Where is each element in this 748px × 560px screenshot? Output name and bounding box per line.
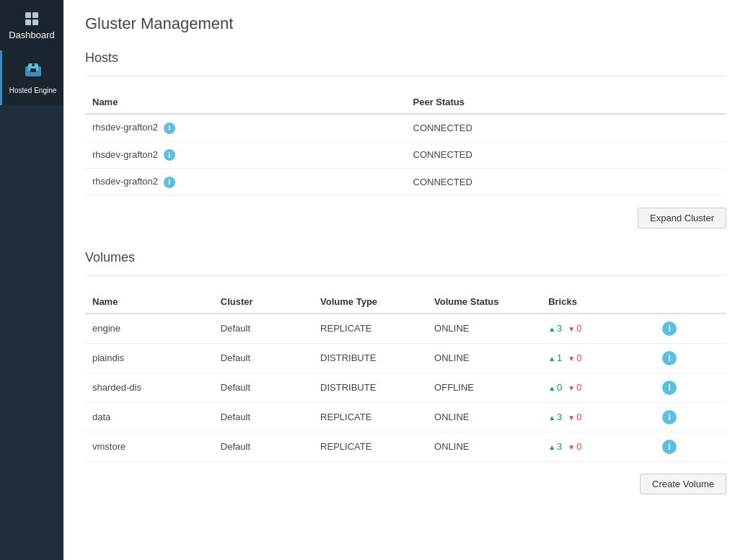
volume-type-cell: REPLICATE: [313, 432, 427, 461]
volume-bricks-cell: 1 0: [541, 343, 655, 373]
volumes-section-title: Volumes: [85, 250, 726, 265]
volume-name-cell: engine: [85, 314, 214, 344]
sidebar: Dashboard Hosted Engine: [0, 0, 63, 560]
host-info-icon[interactable]: i: [164, 149, 175, 161]
arrow-down-icon: [568, 441, 575, 452]
volume-info-icon[interactable]: i: [662, 440, 677, 454]
volumes-col-type: Volume Type: [313, 290, 427, 314]
arrow-down-icon: [568, 412, 575, 422]
arrow-up-icon: [548, 412, 555, 422]
table-row: engine Default REPLICATE ONLINE 3 0 i: [85, 314, 726, 344]
svg-rect-2: [25, 19, 31, 25]
hosted-engine-icon: [24, 61, 43, 84]
host-name-cell: rhsdev-grafton2 i: [85, 141, 406, 169]
hosts-col-peer-status: Peer Status: [406, 91, 727, 114]
volume-info-icon[interactable]: i: [662, 321, 677, 336]
sidebar-item-label: Dashboard: [9, 30, 55, 40]
volume-status-cell: ONLINE: [427, 402, 541, 432]
volume-action-cell: i: [655, 373, 726, 402]
arrow-down-icon: [568, 352, 575, 363]
volumes-col-cluster: Cluster: [214, 290, 313, 314]
table-row: rhsdev-grafton2 i CONNECTED: [85, 114, 726, 141]
volume-bricks-cell: 0 0: [541, 373, 655, 402]
host-peer-status-cell: CONNECTED: [406, 141, 727, 169]
volume-cluster-cell: Default: [214, 343, 313, 373]
host-name-cell: rhsdev-grafton2 i: [85, 114, 406, 141]
volume-bricks-cell: 3 0: [541, 314, 655, 344]
volume-info-icon[interactable]: i: [662, 381, 677, 395]
volume-cluster-cell: Default: [214, 432, 313, 461]
hosts-col-name: Name: [85, 91, 406, 114]
table-row: vmstore Default REPLICATE ONLINE 3 0 i: [85, 432, 726, 461]
sidebar-item-dashboard[interactable]: Dashboard: [0, 0, 63, 50]
dashboard-icon: [23, 10, 40, 30]
volumes-col-name: Name: [85, 290, 214, 314]
volume-cluster-cell: Default: [214, 314, 313, 344]
arrow-up-icon: [548, 441, 555, 452]
volumes-divider: [85, 275, 726, 276]
host-info-icon[interactable]: i: [164, 123, 175, 134]
volume-type-cell: REPLICATE: [313, 402, 427, 432]
arrow-down-icon: [568, 382, 575, 393]
volume-type-cell: DISTRIBUTE: [313, 343, 427, 373]
volume-status-cell: ONLINE: [427, 432, 541, 461]
host-info-icon[interactable]: i: [164, 177, 175, 188]
volume-bricks-cell: 3 0: [541, 402, 655, 432]
hosts-divider: [85, 76, 726, 76]
hosts-section: Hosts Name Peer Status rhsdev-grafton2 i…: [85, 50, 726, 228]
volume-action-cell: i: [655, 343, 726, 373]
volume-action-cell: i: [655, 432, 726, 461]
volumes-section: Volumes Name Cluster Volume Type Volume …: [85, 250, 726, 494]
hosts-table: Name Peer Status rhsdev-grafton2 i CONNE…: [85, 91, 726, 196]
arrow-up-icon: [548, 382, 555, 393]
host-peer-status-cell: CONNECTED: [406, 169, 727, 196]
bricks-down: 0: [568, 412, 581, 422]
table-row: sharded-dis Default DISTRIBUTE OFFLINE 0…: [85, 373, 726, 402]
create-volume-button[interactable]: Create Volume: [640, 474, 726, 494]
hosts-section-title: Hosts: [85, 50, 726, 66]
svg-point-7: [32, 63, 35, 66]
volumes-col-bricks: Bricks: [541, 290, 655, 314]
hosts-table-header-row: Name Peer Status: [85, 91, 726, 114]
main-content: Gluster Management Hosts Name Peer Statu…: [63, 0, 748, 560]
bricks-down: 0: [568, 352, 581, 363]
bricks-down: 0: [568, 441, 581, 452]
arrow-up-icon: [548, 352, 555, 363]
volumes-col-actions: [655, 290, 726, 314]
table-row: data Default REPLICATE ONLINE 3 0 i: [85, 402, 726, 432]
svg-rect-3: [32, 19, 38, 25]
expand-cluster-btn-row: Expand Cluster: [85, 208, 726, 228]
volume-cluster-cell: Default: [214, 373, 313, 402]
volume-info-icon[interactable]: i: [662, 410, 677, 425]
arrow-down-icon: [568, 323, 575, 334]
volumes-table: Name Cluster Volume Type Volume Status B…: [85, 290, 726, 462]
svg-rect-6: [30, 68, 36, 72]
create-volume-btn-row: Create Volume: [85, 474, 726, 494]
volume-name-cell: plaindis: [85, 343, 214, 373]
volume-info-icon[interactable]: i: [662, 351, 677, 365]
volume-status-cell: ONLINE: [427, 314, 541, 344]
table-row: plaindis Default DISTRIBUTE ONLINE 1 0 i: [85, 343, 726, 373]
svg-rect-0: [25, 12, 31, 18]
sidebar-item-hosted-engine[interactable]: Hosted Engine: [0, 50, 63, 105]
bricks-up: 3: [548, 441, 562, 452]
volume-name-cell: vmstore: [85, 432, 214, 461]
bricks-down: 0: [568, 323, 581, 334]
bricks-down: 0: [568, 382, 581, 393]
volumes-col-status: Volume Status: [427, 290, 541, 314]
volume-status-cell: OFFLINE: [427, 373, 541, 402]
volume-type-cell: REPLICATE: [313, 314, 427, 344]
volume-name-cell: data: [85, 402, 214, 432]
sidebar-item-label: Hosted Engine: [9, 86, 57, 95]
volume-action-cell: i: [655, 314, 726, 344]
volume-cluster-cell: Default: [214, 402, 313, 432]
svg-rect-1: [32, 12, 38, 18]
expand-cluster-button[interactable]: Expand Cluster: [638, 208, 726, 228]
bricks-up: 3: [548, 412, 562, 422]
bricks-up: 3: [548, 323, 562, 334]
host-peer-status-cell: CONNECTED: [406, 114, 727, 141]
host-name-cell: rhsdev-grafton2 i: [85, 169, 406, 196]
bricks-up: 0: [548, 382, 562, 393]
table-row: rhsdev-grafton2 i CONNECTED: [85, 141, 726, 169]
volume-status-cell: ONLINE: [427, 343, 541, 373]
